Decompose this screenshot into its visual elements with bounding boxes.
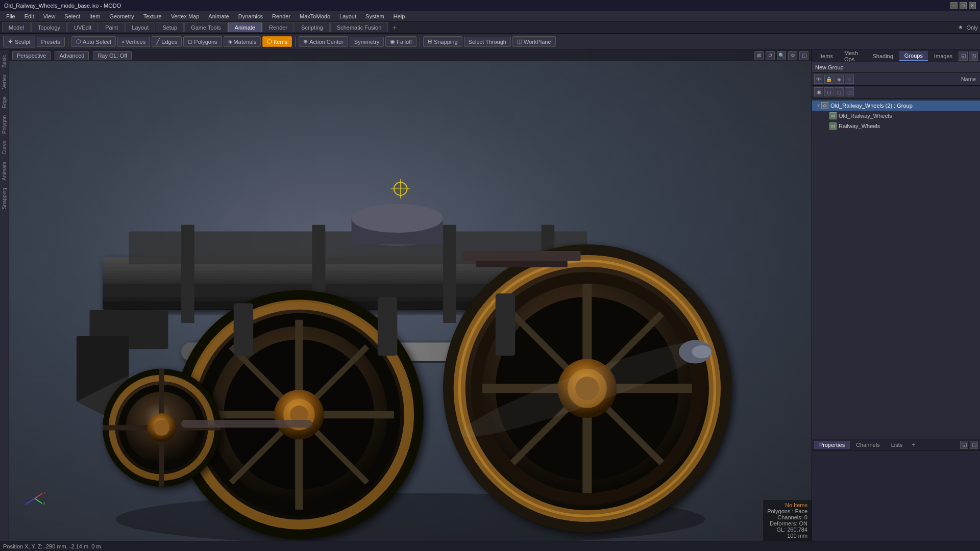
materials-button[interactable]: ◈ Materials [224, 36, 261, 47]
svg-rect-68 [463, 251, 581, 261]
sep2 [295, 37, 296, 47]
close-button[interactable]: ✕ [969, 2, 976, 9]
eye-icon[interactable]: ◉ [814, 87, 823, 96]
falloff-button[interactable]: ◉ Falloff [385, 36, 416, 47]
polygons-label: Polygons : Face [767, 508, 807, 514]
tab-items[interactable]: Items [814, 52, 838, 61]
item-railway-wheels-mesh[interactable]: M Railway_Wheels [812, 121, 980, 131]
sidebar-tab-animate[interactable]: Animate [1, 159, 8, 184]
tab-model[interactable]: Model [2, 22, 31, 32]
action-center-button[interactable]: ⊕ Action Center [299, 36, 348, 47]
tab-shading[interactable]: Shading [867, 52, 898, 61]
advanced-button[interactable]: Advanced [55, 51, 89, 60]
materials-label: Materials [234, 39, 257, 45]
render2-icon[interactable]: ◻ [835, 87, 844, 96]
group-item-old-railway-wheels[interactable]: ▼ G Old_Railway_Wheels (2) : Group [812, 101, 980, 111]
sculpt-button[interactable]: ✦ Sculpt [3, 36, 35, 47]
lock2-icon[interactable]: ◻ [824, 87, 834, 96]
tab-scripting[interactable]: Scripting [295, 22, 330, 32]
sidebar-tab-edge[interactable]: Edge [1, 93, 8, 111]
menu-item[interactable]: Item [85, 12, 104, 20]
polygons-button[interactable]: ◻ Polygons [183, 36, 222, 47]
item-old-railway-wheels-mesh[interactable]: M Old_Railway_Wheels [812, 111, 980, 121]
workplane-button[interactable]: ◫ WorkPlane [512, 36, 556, 47]
settings-viewport-icon[interactable]: ⚙ [788, 51, 797, 60]
menu-maxtomodo[interactable]: MaxToModo [296, 12, 334, 20]
menu-file[interactable]: File [2, 12, 19, 20]
polygons-label: Polygons [194, 39, 217, 45]
sidebar-tab-snapping[interactable]: Snapping [1, 185, 8, 212]
filter-icon[interactable]: ⌂ [845, 74, 854, 84]
expand-bottom-icon[interactable]: ◱ [960, 441, 968, 449]
tab-game-tools[interactable]: Game Tools [184, 22, 228, 32]
edges-button[interactable]: ╱ Edges [152, 36, 182, 47]
tab-properties[interactable]: Properties [814, 441, 850, 449]
falloff-icon: ◉ [390, 38, 395, 45]
right-tab-icons: ◱ ◳ [959, 52, 978, 61]
maximize-button[interactable]: □ [960, 2, 967, 9]
tab-layout[interactable]: Layout [125, 22, 155, 32]
tab-setup[interactable]: Setup [156, 22, 184, 32]
menu-system[interactable]: System [361, 12, 388, 20]
sidebar-tab-basic[interactable]: Basic [1, 52, 8, 70]
sidebar-tab-curve[interactable]: Curve [1, 138, 8, 158]
collapse-bottom-icon[interactable]: ◳ [970, 441, 978, 449]
svg-point-66 [692, 345, 712, 359]
menu-dynamics[interactable]: Dynamics [234, 12, 267, 20]
vertices-button[interactable]: • Vertices [117, 37, 150, 47]
vertices-label: Vertices [126, 39, 145, 45]
workplane-icon: ◫ [517, 38, 522, 45]
viewport[interactable]: Perspective Advanced Ray GL: Off ⊠ ↺ 🔍 ⚙… [9, 50, 812, 541]
svg-rect-16 [181, 225, 194, 323]
select-through-button[interactable]: Select Through [464, 37, 511, 47]
right-panel-tabs: Items Mesh Ops Shading Groups Images ◱ ◳ [812, 50, 980, 62]
lock-icon[interactable]: 🔒 [824, 74, 834, 84]
symmetry-button[interactable]: Symmetry [350, 37, 384, 47]
menu-geometry[interactable]: Geometry [105, 12, 138, 20]
perspective-button[interactable]: Perspective [12, 51, 51, 60]
refresh-icon[interactable]: ↺ [766, 51, 775, 60]
menu-view[interactable]: View [39, 12, 60, 20]
tab-channels[interactable]: Channels [851, 441, 885, 449]
items-button[interactable]: ⬡ Items [262, 36, 292, 47]
presets-button[interactable]: Presets [37, 37, 65, 47]
type-icon[interactable]: ◻ [845, 87, 854, 96]
menu-layout[interactable]: Layout [335, 12, 360, 20]
groups-toolbar-2: ◉ ◻ ◻ ◻ [812, 86, 980, 98]
menu-texture[interactable]: Texture [139, 12, 166, 20]
tab-render[interactable]: Render [262, 22, 294, 32]
menu-edit[interactable]: Edit [20, 12, 38, 20]
visibility-icon[interactable]: 👁 [814, 74, 823, 84]
falloff-label: Falloff [397, 39, 412, 45]
tab-topology[interactable]: Topology [31, 22, 67, 32]
tab-animate[interactable]: Animate [228, 22, 262, 32]
tab-groups[interactable]: Groups [899, 51, 928, 61]
menu-vertex-map[interactable]: Vertex Map [167, 12, 204, 20]
tab-uvedit[interactable]: UVEdit [67, 22, 98, 32]
snapping-button[interactable]: ⊞ Snapping [423, 36, 462, 47]
menu-select[interactable]: Select [60, 12, 84, 20]
collapse-panel-icon[interactable]: ◳ [969, 52, 978, 61]
tab-paint[interactable]: Paint [99, 22, 125, 32]
maximize-viewport-icon[interactable]: ⊠ [754, 51, 764, 60]
render-icon[interactable]: ◈ [835, 74, 844, 84]
auto-select-button[interactable]: ⬡ Auto Select [71, 36, 116, 47]
menu-animate[interactable]: Animate [204, 12, 233, 20]
search-viewport-icon[interactable]: 🔍 [777, 51, 786, 60]
tab-mesh-ops[interactable]: Mesh Ops [839, 48, 867, 64]
ray-gl-button[interactable]: Ray GL: Off [93, 51, 132, 60]
tab-images[interactable]: Images [929, 52, 958, 61]
svg-text:X: X [43, 491, 45, 495]
viewport-header: Perspective Advanced Ray GL: Off ⊠ ↺ 🔍 ⚙… [9, 50, 812, 61]
tab-schematic-fusion[interactable]: Schematic Fusion [330, 22, 388, 32]
sidebar-tab-vertex[interactable]: Vertex [1, 71, 8, 92]
minimize-button[interactable]: ─ [950, 2, 958, 9]
add-panel-tab-button[interactable]: + [909, 440, 918, 449]
tab-lists[interactable]: Lists [886, 441, 908, 449]
menu-render[interactable]: Render [268, 12, 295, 20]
add-tab-button[interactable]: + [388, 22, 401, 33]
sidebar-tab-polygon[interactable]: Polygon [1, 112, 8, 137]
expand-icon[interactable]: ◱ [799, 51, 808, 60]
menu-help[interactable]: Help [389, 12, 409, 20]
expand-panel-icon[interactable]: ◱ [959, 52, 968, 61]
